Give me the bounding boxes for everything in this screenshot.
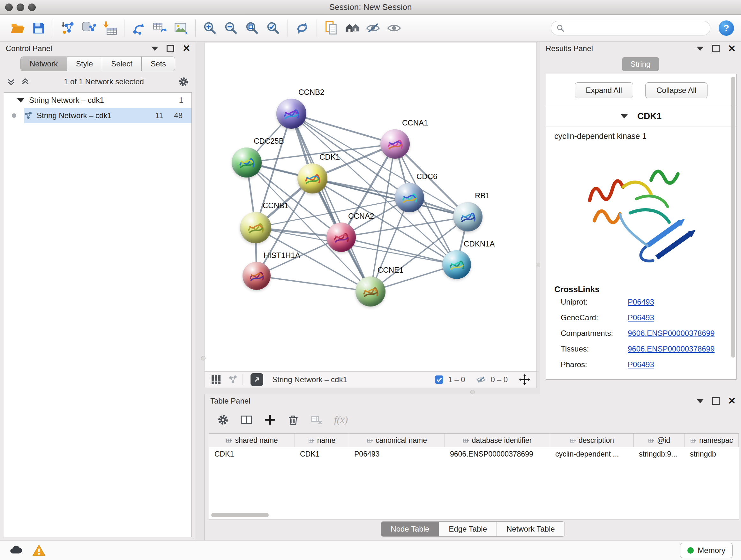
column-header[interactable]: canonical name <box>349 434 445 447</box>
network-node-CCNE1[interactable] <box>355 276 386 307</box>
node-table: shared name name canonical name database… <box>209 433 739 519</box>
show-panels-button[interactable] <box>342 17 363 39</box>
network-collection-row[interactable]: String Network – cdk1 1 <box>4 92 192 108</box>
column-header[interactable]: description <box>550 434 634 447</box>
toolbar-separator <box>124 19 125 37</box>
node-label-CDK1: CDK1 <box>320 152 340 162</box>
network-canvas[interactable]: CCNB2CCNA1CDC25BCDK1CDC6RB1CCNB1CCNA2CDK… <box>205 42 537 371</box>
tab-select[interactable]: Select <box>102 57 142 71</box>
column-header[interactable]: namespac <box>685 434 739 447</box>
open-session-button[interactable] <box>7 17 28 39</box>
crosslink-row: Pharos: P06493 <box>561 360 736 369</box>
show-columns-icon[interactable] <box>240 414 253 426</box>
add-column-icon[interactable] <box>264 414 276 426</box>
network-row[interactable]: String Network – cdk1 11 48 <box>4 108 192 123</box>
protein-section-header[interactable]: CDK1 <box>546 106 736 126</box>
apply-layout-button[interactable] <box>292 17 313 39</box>
node-label-CCNA1: CCNA1 <box>402 118 428 127</box>
save-session-button[interactable] <box>28 17 49 39</box>
network-node-RB1[interactable] <box>453 202 482 232</box>
crosslink-link[interactable]: 9606.ENSP00000378699 <box>628 329 715 338</box>
export-image-button[interactable] <box>171 17 192 39</box>
results-panel-title: Results Panel <box>546 44 593 53</box>
network-node-CCNB2[interactable] <box>276 99 307 129</box>
tab-style[interactable]: Style <box>67 57 102 71</box>
float-panel-icon[interactable] <box>712 45 720 52</box>
show-all-button[interactable] <box>384 17 405 39</box>
panel-menu-icon[interactable] <box>697 47 704 51</box>
network-node-CDK1[interactable] <box>297 164 327 193</box>
crosslink-label: Compartments: <box>561 329 628 338</box>
column-header[interactable]: name <box>295 434 349 447</box>
expand-all-button[interactable]: Expand All <box>575 82 633 98</box>
zoom-selected-button[interactable] <box>263 17 284 39</box>
zoom-fit-button[interactable] <box>242 17 263 39</box>
import-network-file-button[interactable] <box>57 17 78 39</box>
import-table-button[interactable] <box>99 17 120 39</box>
close-panel-icon[interactable]: ✕ <box>183 46 191 51</box>
network-edge[interactable] <box>291 114 370 292</box>
network-node-CCNA2[interactable] <box>327 223 356 252</box>
column-header[interactable]: shared name <box>209 434 295 447</box>
table-settings-gear-icon[interactable] <box>217 414 229 426</box>
tab-string[interactable]: String <box>622 57 659 71</box>
help-button[interactable]: ? <box>719 20 734 36</box>
share-view-icon[interactable] <box>228 374 238 385</box>
new-network-from-selection-button[interactable] <box>128 17 149 39</box>
diagonal-arrow-icon <box>253 376 261 383</box>
panel-menu-icon[interactable] <box>151 47 158 51</box>
float-panel-icon[interactable] <box>712 397 720 405</box>
tab-edge-table[interactable]: Edge Table <box>439 521 497 537</box>
search-input[interactable] <box>568 23 705 33</box>
panel-menu-icon[interactable] <box>697 399 704 403</box>
collapse-all-button[interactable]: Collapse All <box>645 82 708 98</box>
section-collapse-icon[interactable] <box>621 114 628 118</box>
export-network-table-button[interactable] <box>149 17 171 39</box>
crosslink-link[interactable]: P06493 <box>628 298 654 307</box>
table-horizontal-scrollbar[interactable] <box>211 513 269 517</box>
network-node-CCNA1[interactable] <box>381 129 410 159</box>
network-edge[interactable] <box>291 114 395 144</box>
copy-annotation-button[interactable] <box>321 17 342 39</box>
network-node-CDC25B[interactable] <box>232 147 262 178</box>
memory-button[interactable]: Memory <box>680 543 733 558</box>
zoom-in-button[interactable] <box>199 17 220 39</box>
close-panel-icon[interactable]: ✕ <box>728 398 736 404</box>
column-header[interactable]: database identifier <box>445 434 550 447</box>
network-node-CCNB1[interactable] <box>240 212 271 243</box>
column-header[interactable]: @id <box>634 434 685 447</box>
delete-column-trash-icon[interactable] <box>287 414 300 426</box>
cloud-icon[interactable] <box>8 543 23 558</box>
network-node-CDC6[interactable] <box>395 183 424 212</box>
search-box[interactable] <box>551 21 711 36</box>
splitter-handle[interactable] <box>201 356 205 361</box>
expand-all-icon[interactable] <box>20 77 30 86</box>
crosslink-link[interactable]: P06493 <box>628 360 654 369</box>
network-edge[interactable] <box>341 237 457 265</box>
warning-icon[interactable] <box>32 543 46 557</box>
network-edge[interactable] <box>257 276 370 292</box>
network-node-HIST1H1A[interactable] <box>243 262 271 290</box>
results-scrollbar[interactable] <box>731 77 735 358</box>
disclosure-triangle-icon[interactable] <box>17 98 24 103</box>
table-row[interactable]: CDK1 CDK1 P06493 9606.ENSP00000378699 cy… <box>209 447 739 461</box>
crosslink-link[interactable]: P06493 <box>628 313 654 322</box>
tab-sets[interactable]: Sets <box>142 57 175 71</box>
float-panel-icon[interactable] <box>166 45 174 52</box>
tab-network-table[interactable]: Network Table <box>497 521 565 537</box>
crosslink-link[interactable]: 9606.ENSP00000378699 <box>628 345 715 354</box>
current-network-dot <box>12 113 16 118</box>
grid-view-icon[interactable] <box>211 374 221 385</box>
close-panel-icon[interactable]: ✕ <box>728 46 736 51</box>
tab-network[interactable]: Network <box>20 57 67 71</box>
hide-selected-button[interactable] <box>363 17 384 39</box>
pan-crosshair-icon[interactable] <box>519 374 531 386</box>
zoom-out-button[interactable] <box>220 17 242 39</box>
splitter-handle[interactable] <box>470 390 475 394</box>
import-network-database-button[interactable] <box>78 17 99 39</box>
collapse-all-icon[interactable] <box>6 77 16 86</box>
gear-icon[interactable] <box>178 76 189 87</box>
network-node-CDKN1A[interactable] <box>442 250 471 279</box>
birds-eye-view-button[interactable] <box>251 373 263 386</box>
tab-node-table[interactable]: Node Table <box>381 521 439 537</box>
